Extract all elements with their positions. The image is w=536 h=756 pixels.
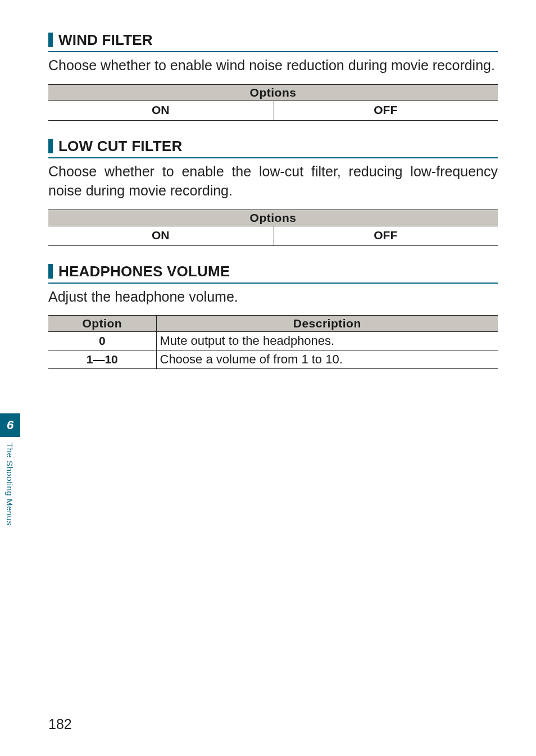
body-text-wind-filter: Choose whether to enable wind noise redu… (48, 56, 498, 75)
table-row: 0 Mute output to the headphones. (48, 332, 498, 350)
option-desc-0: Mute output to the headphones. (156, 332, 498, 350)
options-header-cell: Options (48, 84, 498, 101)
option-value-1-10: 1—10 (48, 350, 156, 369)
section-heading-low-cut-filter: LOW CUT FILTER (48, 138, 498, 158)
col-header-description: Description (156, 316, 498, 332)
option-value-0: 0 (48, 332, 156, 350)
option-off: OFF (273, 226, 498, 245)
body-text-low-cut-filter: Choose whether to enable the low-cut fil… (48, 162, 498, 201)
option-on: ON (48, 101, 273, 120)
option-off: OFF (273, 101, 498, 120)
options-header-cell: Options (48, 210, 498, 226)
side-tab-chapter-label: The Shooting Menus (5, 443, 15, 525)
body-text-headphones-volume: Adjust the headphone volume. (48, 287, 498, 307)
page-number: 182 (48, 716, 72, 732)
table-row: ON OFF (48, 101, 498, 120)
section-heading-wind-filter: WIND FILTER (48, 31, 498, 52)
table-row: ON OFF (48, 226, 498, 245)
desc-table-headphones-volume: Option Description 0 Mute output to the … (48, 315, 498, 369)
option-desc-1-10: Choose a volume of from 1 to 10. (156, 350, 498, 369)
col-header-option: Option (48, 316, 156, 332)
section-heading-headphones-volume: HEADPHONES VOLUME (48, 263, 498, 284)
table-row: 1—10 Choose a volume of from 1 to 10. (48, 350, 498, 369)
options-table-low-cut-filter: Options ON OFF (48, 210, 498, 246)
options-table-wind-filter: Options ON OFF (48, 84, 498, 121)
option-on: ON (48, 226, 273, 245)
side-tab-chapter-number: 6 (0, 413, 20, 437)
